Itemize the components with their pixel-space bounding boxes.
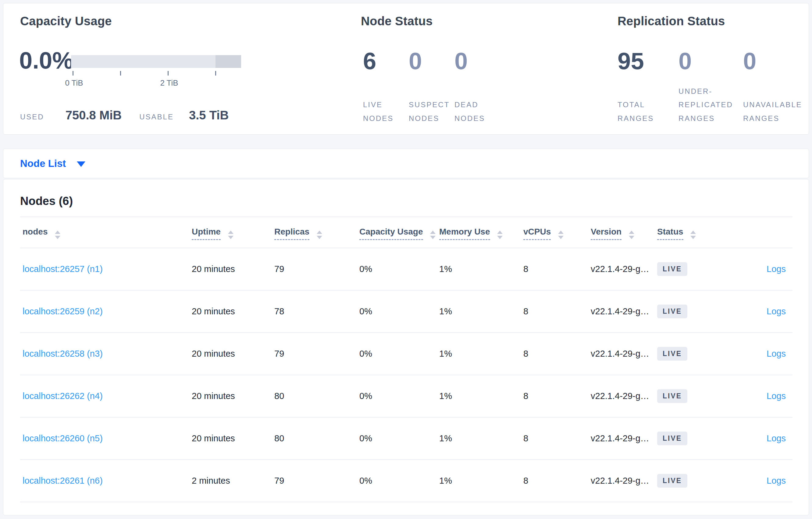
version-cell: v22.1.4-29-g… [591, 417, 657, 460]
node-status-title: Node Status [361, 14, 433, 28]
status-badge: LIVE [657, 262, 687, 276]
table-row: localhost:26258 (n3) 20 minutes 79 0% 1%… [20, 333, 792, 375]
replicas-cell: 80 [274, 417, 359, 460]
column-header-uptime[interactable]: Uptime [192, 217, 274, 248]
replication-status-stats: 95 TOTAL RANGES 0 UNDER-REPLICATED RANGE… [617, 49, 812, 125]
node-status-stats: 6 LIVE NODES 0 SUSPECT NODES 0 DEAD NODE… [363, 49, 509, 125]
table-header-row: nodes Uptime Replicas Capacity Usage Mem… [20, 217, 792, 248]
column-header-nodes[interactable]: nodes [20, 217, 192, 248]
vcpus-cell: 8 [523, 417, 591, 460]
node-list-dropdown-label: Node List [20, 158, 66, 169]
capacity-usage-cell: 0% [359, 248, 439, 290]
node-link[interactable]: localhost:26257 (n1) [23, 264, 103, 274]
capacity-tick [72, 71, 74, 75]
version-cell: v22.1.4-29-g… [591, 290, 657, 333]
replicas-cell: 78 [274, 290, 359, 333]
column-header-capacity-usage[interactable]: Capacity Usage [359, 217, 439, 248]
node-link[interactable]: localhost:26260 (n5) [23, 433, 103, 443]
replicas-cell: 79 [274, 248, 359, 290]
logs-link[interactable]: Logs [766, 391, 786, 401]
nodes-table: nodes Uptime Replicas Capacity Usage Mem… [20, 217, 792, 502]
capacity-usage-cell: 0% [359, 375, 439, 417]
chevron-down-icon [77, 161, 85, 167]
capacity-bar [71, 55, 241, 68]
capacity-bar-reserved-segment [215, 55, 241, 68]
table-row: localhost:26262 (n4) 20 minutes 80 0% 1%… [20, 375, 792, 417]
under-replicated-stat: 0 UNDER-REPLICATED RANGES [678, 49, 743, 125]
memory-use-cell: 1% [439, 417, 523, 460]
version-cell: v22.1.4-29-g… [591, 375, 657, 417]
version-cell: v22.1.4-29-g… [591, 460, 657, 502]
nodes-count-title: Nodes (6) [20, 193, 792, 209]
dead-nodes-value: 0 [455, 49, 509, 73]
capacity-bar-chart: 0 TiB 2 TiB [71, 55, 241, 68]
capacity-usage-cell: 0% [359, 460, 439, 502]
live-nodes-label: LIVE NODES [363, 98, 403, 125]
capacity-tick [168, 71, 169, 75]
replicas-cell: 79 [274, 333, 359, 375]
node-link[interactable]: localhost:26259 (n2) [23, 306, 103, 316]
logs-link[interactable]: Logs [766, 349, 786, 359]
sort-icon [317, 231, 322, 239]
suspect-nodes-stat: 0 SUSPECT NODES [409, 49, 455, 125]
sort-icon [228, 231, 233, 239]
status-badge: LIVE [657, 347, 687, 361]
uptime-cell: 20 minutes [192, 375, 274, 417]
status-badge: LIVE [657, 389, 687, 403]
column-header-status[interactable]: Status [657, 217, 730, 248]
vcpus-cell: 8 [523, 460, 591, 502]
used-value: 750.8 MiB [65, 109, 122, 122]
capacity-usage-title: Capacity Usage [20, 14, 112, 28]
used-label: USED [20, 113, 44, 121]
sort-icon [629, 231, 634, 239]
status-badge: LIVE [657, 432, 687, 445]
node-list-dropdown[interactable]: Node List [20, 158, 85, 169]
node-link[interactable]: localhost:26258 (n3) [23, 349, 103, 359]
sort-icon [430, 231, 436, 239]
uptime-cell: 2 minutes [192, 460, 274, 502]
column-header-memory-use[interactable]: Memory Use [439, 217, 523, 248]
under-replicated-label: UNDER-REPLICATED RANGES [678, 85, 738, 125]
status-badge: LIVE [657, 474, 687, 488]
capacity-usage-cell: 0% [359, 417, 439, 460]
table-row: localhost:26257 (n1) 20 minutes 79 0% 1%… [20, 248, 792, 290]
node-link[interactable]: localhost:26262 (n4) [23, 391, 103, 401]
uptime-cell: 20 minutes [192, 248, 274, 290]
table-row: localhost:26259 (n2) 20 minutes 78 0% 1%… [20, 290, 792, 333]
uptime-cell: 20 minutes [192, 417, 274, 460]
column-header-replicas[interactable]: Replicas [274, 217, 359, 248]
memory-use-cell: 1% [439, 290, 523, 333]
memory-use-cell: 1% [439, 375, 523, 417]
logs-link[interactable]: Logs [766, 476, 786, 486]
unavailable-ranges-label: UNAVAILABLE RANGES [743, 98, 812, 125]
cluster-summary-card: Capacity Usage 0.0% 0 TiB 2 TiB USED 750… [3, 3, 809, 134]
replicas-cell: 80 [274, 375, 359, 417]
node-link[interactable]: localhost:26261 (n6) [23, 476, 103, 486]
version-cell: v22.1.4-29-g… [591, 248, 657, 290]
uptime-cell: 20 minutes [192, 290, 274, 333]
total-ranges-stat: 95 TOTAL RANGES [617, 49, 678, 125]
capacity-used-usable-row: USED 750.8 MiB USABLE 3.5 TiB [20, 109, 229, 122]
vcpus-cell: 8 [523, 290, 591, 333]
usable-label: USABLE [139, 113, 174, 121]
logs-link[interactable]: Logs [766, 264, 786, 274]
vcpus-cell: 8 [523, 333, 591, 375]
uptime-cell: 20 minutes [192, 333, 274, 375]
nodes-table-card: Nodes (6) nodes Uptime Replicas [3, 179, 809, 515]
capacity-tick-label: 2 TiB [160, 78, 178, 88]
column-header-vcpus[interactable]: vCPUs [523, 217, 591, 248]
live-nodes-value: 6 [363, 49, 409, 73]
table-row: localhost:26261 (n6) 2 minutes 79 0% 1% … [20, 460, 792, 502]
dead-nodes-label: DEAD NODES [455, 98, 494, 125]
unavailable-ranges-stat: 0 UNAVAILABLE RANGES [743, 49, 812, 125]
column-header-version[interactable]: Version [591, 217, 657, 248]
vcpus-cell: 8 [523, 375, 591, 417]
table-row: localhost:26260 (n5) 20 minutes 80 0% 1%… [20, 417, 792, 460]
dead-nodes-stat: 0 DEAD NODES [455, 49, 509, 125]
usable-value: 3.5 TiB [189, 109, 229, 122]
logs-link[interactable]: Logs [766, 433, 786, 443]
capacity-tick-label: 0 TiB [65, 78, 83, 88]
memory-use-cell: 1% [439, 248, 523, 290]
logs-link[interactable]: Logs [766, 306, 786, 316]
unavailable-ranges-value: 0 [743, 49, 812, 73]
